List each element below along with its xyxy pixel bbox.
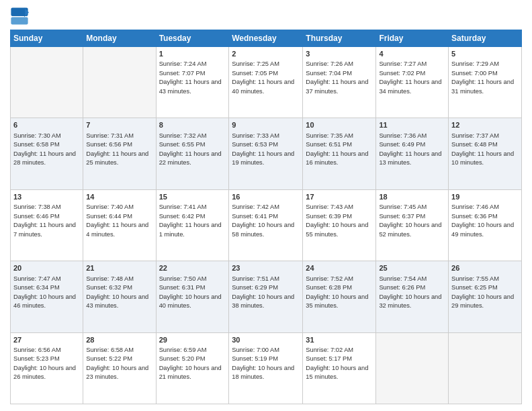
calendar-row: 1Sunrise: 7:24 AMSunset: 7:07 PMDaylight…	[11, 47, 522, 118]
day-number: 11	[379, 120, 445, 130]
table-row: 25Sunrise: 7:54 AMSunset: 6:26 PMDayligh…	[376, 261, 449, 332]
day-info: Sunrise: 7:45 AMSunset: 6:37 PMDaylight:…	[379, 203, 445, 239]
day-info: Sunrise: 7:26 AMSunset: 7:04 PMDaylight:…	[306, 60, 373, 96]
calendar-row: 6Sunrise: 7:30 AMSunset: 6:58 PMDaylight…	[11, 118, 522, 189]
day-number: 9	[232, 120, 300, 130]
day-number: 15	[159, 192, 226, 202]
logo	[10, 7, 32, 26]
col-friday: Friday	[376, 30, 449, 47]
col-monday: Monday	[83, 30, 156, 47]
table-row	[11, 47, 83, 118]
table-row: 26Sunrise: 7:55 AMSunset: 6:25 PMDayligh…	[449, 261, 522, 332]
day-info: Sunrise: 7:29 AMSunset: 7:00 PMDaylight:…	[451, 60, 519, 96]
table-row: 3Sunrise: 7:26 AMSunset: 7:04 PMDaylight…	[303, 47, 376, 118]
calendar-table: Sunday Monday Tuesday Wednesday Thursday…	[10, 30, 522, 404]
day-number: 18	[379, 192, 445, 202]
day-number: 22	[159, 263, 226, 273]
day-info: Sunrise: 6:58 AMSunset: 5:22 PMDaylight:…	[86, 346, 152, 382]
day-number: 3	[306, 49, 373, 59]
day-number: 23	[232, 263, 300, 273]
day-info: Sunrise: 7:35 AMSunset: 6:51 PMDaylight:…	[306, 132, 373, 168]
table-row: 18Sunrise: 7:45 AMSunset: 6:37 PMDayligh…	[376, 189, 449, 261]
table-row: 13Sunrise: 7:38 AMSunset: 6:46 PMDayligh…	[11, 189, 83, 261]
day-info: Sunrise: 7:02 AMSunset: 5:17 PMDaylight:…	[306, 346, 373, 382]
table-row: 14Sunrise: 7:40 AMSunset: 6:44 PMDayligh…	[83, 189, 156, 261]
day-info: Sunrise: 7:48 AMSunset: 6:32 PMDaylight:…	[86, 275, 152, 311]
table-row: 23Sunrise: 7:51 AMSunset: 6:29 PMDayligh…	[229, 261, 303, 332]
day-info: Sunrise: 7:41 AMSunset: 6:42 PMDaylight:…	[159, 203, 226, 239]
day-info: Sunrise: 7:50 AMSunset: 6:31 PMDaylight:…	[159, 275, 226, 311]
day-info: Sunrise: 7:52 AMSunset: 6:28 PMDaylight:…	[306, 275, 373, 311]
table-row: 12Sunrise: 7:37 AMSunset: 6:48 PMDayligh…	[449, 118, 522, 189]
table-row: 27Sunrise: 6:56 AMSunset: 5:23 PMDayligh…	[11, 332, 83, 404]
day-number: 6	[13, 120, 80, 130]
table-row: 4Sunrise: 7:27 AMSunset: 7:02 PMDaylight…	[376, 47, 449, 118]
table-row: 24Sunrise: 7:52 AMSunset: 6:28 PMDayligh…	[303, 261, 376, 332]
day-info: Sunrise: 7:31 AMSunset: 6:56 PMDaylight:…	[86, 132, 152, 168]
day-number: 4	[379, 49, 445, 59]
day-info: Sunrise: 7:38 AMSunset: 6:46 PMDaylight:…	[13, 203, 80, 239]
day-number: 30	[232, 335, 300, 345]
day-info: Sunrise: 7:37 AMSunset: 6:48 PMDaylight:…	[451, 132, 519, 168]
table-row: 22Sunrise: 7:50 AMSunset: 6:31 PMDayligh…	[156, 261, 229, 332]
day-number: 21	[86, 263, 152, 273]
table-row: 10Sunrise: 7:35 AMSunset: 6:51 PMDayligh…	[303, 118, 376, 189]
day-number: 20	[13, 263, 80, 273]
day-info: Sunrise: 7:33 AMSunset: 6:53 PMDaylight:…	[232, 132, 300, 168]
day-number: 29	[159, 335, 226, 345]
calendar-row: 27Sunrise: 6:56 AMSunset: 5:23 PMDayligh…	[11, 332, 522, 404]
day-number: 27	[13, 335, 80, 345]
table-row: 21Sunrise: 7:48 AMSunset: 6:32 PMDayligh…	[83, 261, 156, 332]
table-row: 30Sunrise: 7:00 AMSunset: 5:19 PMDayligh…	[229, 332, 303, 404]
day-info: Sunrise: 7:40 AMSunset: 6:44 PMDaylight:…	[86, 203, 152, 239]
table-row: 16Sunrise: 7:42 AMSunset: 6:41 PMDayligh…	[229, 189, 303, 261]
calendar-row: 13Sunrise: 7:38 AMSunset: 6:46 PMDayligh…	[11, 189, 522, 261]
day-info: Sunrise: 7:27 AMSunset: 7:02 PMDaylight:…	[379, 60, 445, 96]
table-row: 6Sunrise: 7:30 AMSunset: 6:58 PMDaylight…	[11, 118, 83, 189]
day-number: 24	[306, 263, 373, 273]
day-info: Sunrise: 6:59 AMSunset: 5:20 PMDaylight:…	[159, 346, 226, 382]
table-row: 28Sunrise: 6:58 AMSunset: 5:22 PMDayligh…	[83, 332, 156, 404]
table-row: 8Sunrise: 7:32 AMSunset: 6:55 PMDaylight…	[156, 118, 229, 189]
day-info: Sunrise: 7:46 AMSunset: 6:36 PMDaylight:…	[451, 203, 519, 239]
day-number: 16	[232, 192, 300, 202]
table-row: 31Sunrise: 7:02 AMSunset: 5:17 PMDayligh…	[303, 332, 376, 404]
table-row: 20Sunrise: 7:47 AMSunset: 6:34 PMDayligh…	[11, 261, 83, 332]
day-info: Sunrise: 7:42 AMSunset: 6:41 PMDaylight:…	[232, 203, 300, 239]
day-info: Sunrise: 7:25 AMSunset: 7:05 PMDaylight:…	[232, 60, 300, 96]
day-number: 26	[451, 263, 519, 273]
table-row: 7Sunrise: 7:31 AMSunset: 6:56 PMDaylight…	[83, 118, 156, 189]
table-row	[376, 332, 449, 404]
col-wednesday: Wednesday	[229, 30, 303, 47]
day-number: 8	[159, 120, 226, 130]
day-number: 31	[306, 335, 373, 345]
table-row: 11Sunrise: 7:36 AMSunset: 6:49 PMDayligh…	[376, 118, 449, 189]
col-tuesday: Tuesday	[156, 30, 229, 47]
day-info: Sunrise: 7:32 AMSunset: 6:55 PMDaylight:…	[159, 132, 226, 168]
table-row: 9Sunrise: 7:33 AMSunset: 6:53 PMDaylight…	[229, 118, 303, 189]
day-number: 12	[451, 120, 519, 130]
day-info: Sunrise: 7:43 AMSunset: 6:39 PMDaylight:…	[306, 203, 373, 239]
table-row: 5Sunrise: 7:29 AMSunset: 7:00 PMDaylight…	[449, 47, 522, 118]
table-row	[449, 332, 522, 404]
day-info: Sunrise: 7:00 AMSunset: 5:19 PMDaylight:…	[232, 346, 300, 382]
day-number: 7	[86, 120, 152, 130]
table-row: 29Sunrise: 6:59 AMSunset: 5:20 PMDayligh…	[156, 332, 229, 404]
table-row: 1Sunrise: 7:24 AMSunset: 7:07 PMDaylight…	[156, 47, 229, 118]
table-row: 19Sunrise: 7:46 AMSunset: 6:36 PMDayligh…	[449, 189, 522, 261]
logo-icon	[10, 7, 29, 26]
day-info: Sunrise: 7:54 AMSunset: 6:26 PMDaylight:…	[379, 275, 445, 311]
day-info: Sunrise: 7:36 AMSunset: 6:49 PMDaylight:…	[379, 132, 445, 168]
day-info: Sunrise: 7:55 AMSunset: 6:25 PMDaylight:…	[451, 275, 519, 311]
day-info: Sunrise: 7:47 AMSunset: 6:34 PMDaylight:…	[13, 275, 80, 311]
day-number: 25	[379, 263, 445, 273]
day-number: 1	[159, 49, 226, 59]
svg-rect-1	[11, 17, 28, 24]
header-row: Sunday Monday Tuesday Wednesday Thursday…	[11, 30, 522, 47]
page: Sunday Monday Tuesday Wednesday Thursday…	[0, 0, 532, 411]
table-row: 15Sunrise: 7:41 AMSunset: 6:42 PMDayligh…	[156, 189, 229, 261]
day-info: Sunrise: 7:51 AMSunset: 6:29 PMDaylight:…	[232, 275, 300, 311]
col-thursday: Thursday	[303, 30, 376, 47]
day-info: Sunrise: 7:24 AMSunset: 7:07 PMDaylight:…	[159, 60, 226, 96]
day-info: Sunrise: 7:30 AMSunset: 6:58 PMDaylight:…	[13, 132, 80, 168]
